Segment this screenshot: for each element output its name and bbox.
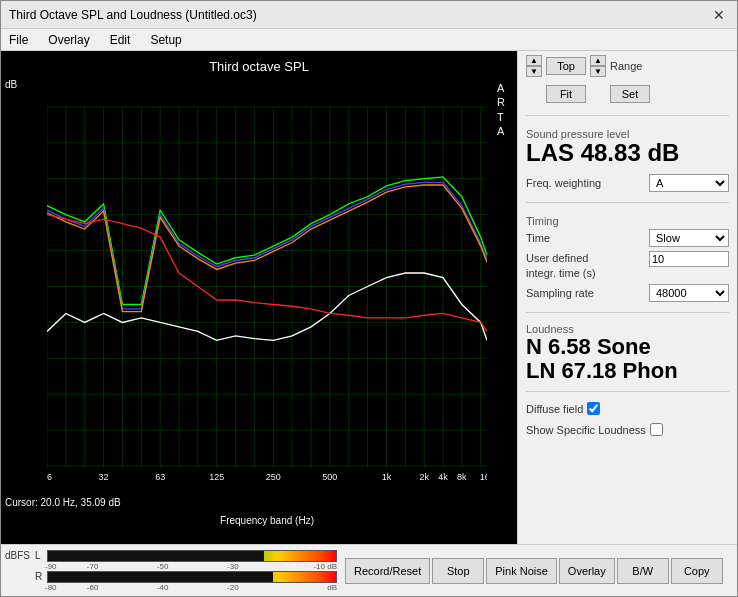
fit-button[interactable]: Fit: [546, 85, 586, 103]
user-integr-row: User definedintegr. time (s): [526, 251, 729, 280]
fit-set-controls: Fit Set: [526, 85, 729, 103]
freq-weighting-row: Freq. weighting A B C Z: [526, 174, 729, 192]
cursor-info: Cursor: 20.0 Hz, 35.09 dB: [5, 497, 121, 508]
record-reset-button[interactable]: Record/Reset: [345, 558, 430, 584]
range-label: Range: [610, 60, 642, 72]
bw-button[interactable]: B/W: [617, 558, 669, 584]
scale-top-2: -50: [129, 562, 197, 571]
loudness-section: Loudness N 6.58 Sone LN 67.18 Phon: [526, 323, 729, 383]
top-spinners: ▲ ▼: [526, 55, 542, 77]
menu-bar: File Overlay Edit Setup: [1, 29, 737, 51]
main-content: Third octave SPL ARTA dB: [1, 51, 737, 544]
scale-bot-1: -60: [59, 583, 127, 592]
bottom-bar: dBFS L -90 -70 -50 -30 -10 dB R: [1, 544, 737, 596]
scale-top-0: -90: [45, 562, 57, 571]
overlay-button[interactable]: Overlay: [559, 558, 615, 584]
db-meters: dBFS L -90 -70 -50 -30 -10 dB R: [1, 548, 341, 594]
arta-label: ARTA: [497, 81, 505, 138]
right-panel: ▲ ▼ Top ▲ ▼ Range Fit Set Sound pressure: [517, 51, 737, 544]
window-title: Third Octave SPL and Loudness (Untitled.…: [9, 8, 257, 22]
sampling-row: Sampling rate 44100 48000 96000: [526, 284, 729, 302]
range-down-btn[interactable]: ▼: [590, 66, 606, 77]
chart-area: Third octave SPL ARTA dB: [1, 51, 517, 544]
menu-setup[interactable]: Setup: [146, 33, 185, 47]
spl-section: Sound pressure level LAS 48.83 dB: [526, 124, 729, 166]
title-bar: Third Octave SPL and Loudness (Untitled.…: [1, 1, 737, 29]
sampling-label: Sampling rate: [526, 287, 594, 299]
meter-L-fill: [48, 551, 264, 561]
meter-scale-top: -90 -70 -50 -30 -10 dB: [45, 562, 337, 571]
svg-text:500: 500: [322, 472, 337, 482]
top-down-btn[interactable]: ▼: [526, 66, 542, 77]
svg-text:4k: 4k: [438, 472, 448, 482]
svg-text:250: 250: [266, 472, 281, 482]
meter-R-fill: [48, 572, 273, 582]
n-value: N 6.58 Sone: [526, 335, 729, 359]
diffuse-field-label: Diffuse field: [526, 403, 583, 415]
ln-value: LN 67.18 Phon: [526, 359, 729, 383]
scale-top-4: -10 dB: [269, 562, 337, 571]
meter-row-R: R: [5, 571, 337, 583]
spl-value: LAS 48.83 dB: [526, 140, 729, 166]
top-controls: ▲ ▼ Top ▲ ▼ Range: [526, 55, 729, 77]
x-axis-title: Frequency band (Hz): [47, 515, 487, 526]
top-up-btn[interactable]: ▲: [526, 55, 542, 66]
time-select[interactable]: Slow Fast Impulse: [649, 229, 729, 247]
scale-bot-0: -80: [45, 583, 57, 592]
stop-button[interactable]: Stop: [432, 558, 484, 584]
db-label: dB: [5, 79, 17, 90]
set-button[interactable]: Set: [610, 85, 650, 103]
svg-text:16: 16: [47, 472, 52, 482]
meter-L-bar: [47, 550, 337, 562]
top-button[interactable]: Top: [546, 57, 586, 75]
diffuse-field-row: Diffuse field: [526, 402, 729, 415]
show-specific-checkbox[interactable]: [650, 423, 663, 436]
timing-section: Timing Time Slow Fast Impulse User defin…: [526, 211, 729, 304]
user-integr-input[interactable]: [649, 251, 729, 267]
menu-edit[interactable]: Edit: [106, 33, 135, 47]
bottom-buttons: Record/Reset Stop Pink Noise Overlay B/W…: [341, 554, 727, 588]
diffuse-field-checkbox[interactable]: [587, 402, 600, 415]
close-button[interactable]: ✕: [709, 5, 729, 25]
freq-weighting-select[interactable]: A B C Z: [649, 174, 729, 192]
freq-weighting-label: Freq. weighting: [526, 177, 601, 189]
meter-scale-bottom: -80 -60 -40 -20 dB: [45, 583, 337, 592]
user-integr-label: User definedintegr. time (s): [526, 251, 596, 280]
timing-header: Timing: [526, 215, 729, 227]
show-specific-row: Show Specific Loudness: [526, 423, 729, 436]
svg-text:125: 125: [209, 472, 224, 482]
scale-bot-3: -20: [199, 583, 267, 592]
chart-svg: 50.0 45 40 35 30 25 20 15 10 5.0 16: [47, 77, 487, 496]
svg-text:63: 63: [155, 472, 165, 482]
svg-text:32: 32: [99, 472, 109, 482]
time-label: Time: [526, 232, 550, 244]
meter-R-label: R: [35, 571, 45, 582]
meter-L-label: L: [35, 550, 45, 561]
time-row: Time Slow Fast Impulse: [526, 229, 729, 247]
range-up-btn[interactable]: ▲: [590, 55, 606, 66]
scale-bot-2: -40: [129, 583, 197, 592]
scale-top-3: -30: [199, 562, 267, 571]
menu-file[interactable]: File: [5, 33, 32, 47]
copy-button[interactable]: Copy: [671, 558, 723, 584]
meter-R-bar: [47, 571, 337, 583]
main-window: Third Octave SPL and Loudness (Untitled.…: [0, 0, 738, 597]
sampling-select[interactable]: 44100 48000 96000: [649, 284, 729, 302]
svg-text:2k: 2k: [419, 472, 429, 482]
range-spinners: ▲ ▼: [590, 55, 606, 77]
show-specific-label: Show Specific Loudness: [526, 424, 646, 436]
svg-text:1k: 1k: [382, 472, 392, 482]
dbfs-label: dBFS: [5, 550, 33, 561]
pink-noise-button[interactable]: Pink Noise: [486, 558, 557, 584]
menu-overlay[interactable]: Overlay: [44, 33, 93, 47]
scale-top-1: -70: [59, 562, 127, 571]
scale-bot-4: dB: [269, 583, 337, 592]
meter-row-L: dBFS L: [5, 550, 337, 562]
svg-text:8k: 8k: [457, 472, 467, 482]
chart-title: Third octave SPL: [1, 55, 517, 76]
svg-text:16k: 16k: [480, 472, 487, 482]
